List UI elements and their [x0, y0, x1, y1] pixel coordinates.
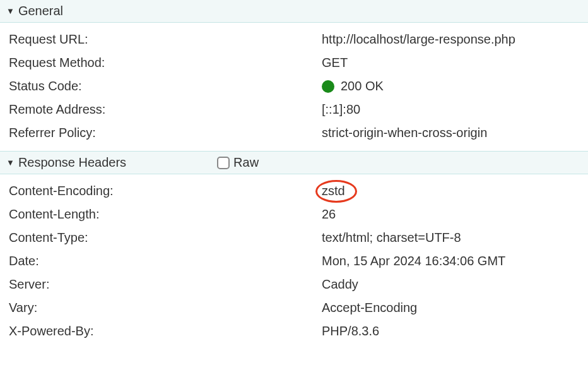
row-remote-address: Remote Address: [::1]:80 — [0, 98, 588, 121]
value: 26 — [322, 207, 336, 222]
row-status-code: Status Code: 200 OK — [0, 75, 588, 98]
label: Referrer Policy: — [9, 126, 322, 140]
value: Caddy — [322, 277, 358, 292]
row-request-method: Request Method: GET — [0, 51, 588, 75]
section-header-response-headers[interactable]: ▼ Response Headers Raw — [0, 151, 588, 174]
value: GET — [322, 56, 348, 70]
response-headers-rows: Content-Encoding: zstd Content-Length: 2… — [0, 174, 588, 349]
general-rows: Request URL: http://localhost/large-resp… — [0, 23, 588, 151]
section-header-general[interactable]: ▼ General — [0, 0, 588, 23]
value: PHP/8.3.6 — [322, 324, 379, 338]
value: 200 OK — [322, 79, 384, 93]
value-text: zstd — [322, 184, 345, 198]
value: http://localhost/large-response.php — [322, 32, 515, 47]
label: Content-Type: — [9, 230, 322, 245]
label: Server: — [9, 277, 322, 292]
label: Remote Address: — [9, 102, 322, 117]
row-request-url: Request URL: http://localhost/large-resp… — [0, 28, 588, 51]
row-server: Server: Caddy — [0, 273, 588, 296]
label: Content-Length: — [9, 207, 322, 222]
label: Request Method: — [9, 56, 322, 70]
row-date: Date: Mon, 15 Apr 2024 16:34:06 GMT — [0, 249, 588, 273]
row-content-type: Content-Type: text/html; charset=UTF-8 — [0, 226, 588, 249]
raw-toggle-group: Raw — [217, 155, 259, 170]
label: Vary: — [9, 301, 322, 315]
status-text: 200 OK — [341, 79, 384, 93]
raw-checkbox[interactable] — [217, 157, 230, 169]
value: strict-origin-when-cross-origin — [322, 126, 487, 140]
section-title: General — [18, 4, 63, 18]
row-content-length: Content-Length: 26 — [0, 203, 588, 226]
row-vary: Vary: Accept-Encoding — [0, 296, 588, 320]
disclosure-triangle-icon: ▼ — [6, 158, 15, 167]
row-content-encoding: Content-Encoding: zstd — [0, 179, 588, 203]
section-title: Response Headers — [18, 155, 126, 170]
highlighted-value: zstd — [322, 184, 345, 198]
row-referrer-policy: Referrer Policy: strict-origin-when-cros… — [0, 121, 588, 145]
value: zstd — [322, 184, 345, 198]
label: X-Powered-By: — [9, 324, 322, 338]
raw-label: Raw — [233, 155, 259, 170]
disclosure-triangle-icon: ▼ — [6, 6, 15, 16]
value: Mon, 15 Apr 2024 16:34:06 GMT — [322, 254, 505, 268]
value: [::1]:80 — [322, 102, 360, 117]
label: Content-Encoding: — [9, 184, 322, 198]
label: Status Code: — [9, 79, 322, 93]
status-dot-icon — [322, 80, 334, 93]
label: Request URL: — [9, 32, 322, 47]
value: Accept-Encoding — [322, 301, 417, 315]
value: text/html; charset=UTF-8 — [322, 230, 461, 245]
row-x-powered-by: X-Powered-By: PHP/8.3.6 — [0, 320, 588, 343]
label: Date: — [9, 254, 322, 268]
